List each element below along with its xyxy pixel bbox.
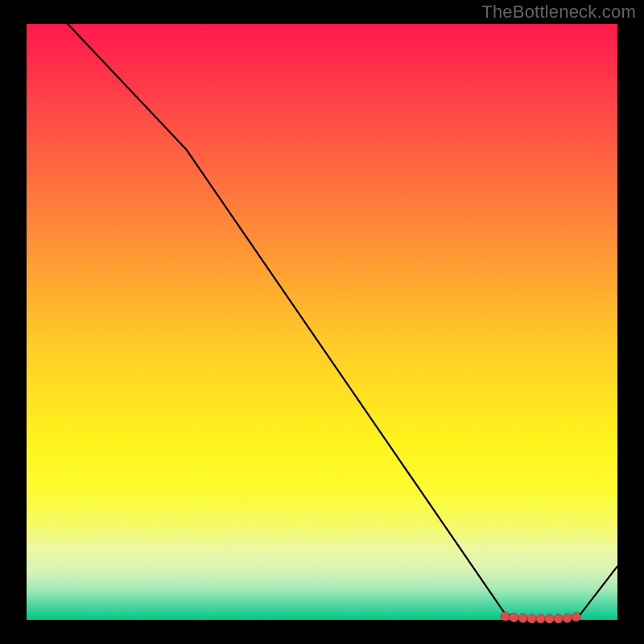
data-point [554,614,563,623]
chart-canvas: TheBottleneck.com [0,0,644,644]
data-point [501,612,510,621]
chart-svg [27,24,617,620]
data-point [518,613,527,622]
data-markers [501,612,580,623]
data-point [527,614,536,623]
plot-area [27,24,617,620]
watermark-text: TheBottleneck.com [481,2,636,23]
data-point [536,614,545,623]
data-point [563,613,572,622]
data-line [68,24,617,620]
data-point [545,614,554,623]
data-point [510,613,518,622]
data-point [572,613,580,621]
